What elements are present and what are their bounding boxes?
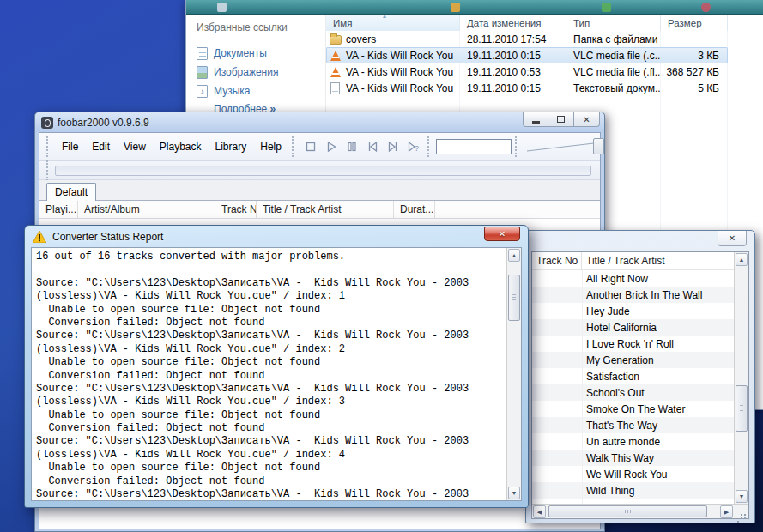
scrollbar-thumb[interactable]	[736, 385, 748, 432]
column-header-track-no[interactable]: Track No	[215, 201, 257, 218]
track-title: Un autre monde	[586, 436, 660, 448]
explorer-command-bar[interactable]	[186, 0, 763, 15]
toolbar-grip[interactable]	[292, 136, 295, 157]
scroll-up-button[interactable]: ▲	[508, 249, 520, 262]
sidebar-item[interactable]: Музыка	[197, 82, 325, 100]
report-line: Source: "C:\Users\123\Desktop\Записать\V…	[36, 435, 506, 448]
track-row[interactable]: We Will Rock You	[532, 466, 734, 482]
horizontal-scrollbar[interactable]: ◀ ▶	[532, 504, 748, 518]
track-row[interactable]: Satisfaction	[532, 368, 734, 384]
resize-grip[interactable]	[734, 505, 748, 518]
file-row[interactable]: VA - Kids Will Rock You 19.11.2010 0:15 …	[326, 80, 728, 96]
file-size: 368 527 КБ	[661, 66, 728, 78]
vertical-scrollbar[interactable]: ▲ ▼	[734, 252, 748, 504]
file-name: VA - Kids Will Rock You	[346, 50, 453, 62]
sidebar-item[interactable]: Изображения	[197, 63, 325, 82]
foobar2000-app-icon	[41, 117, 53, 129]
toolbar-grip[interactable]	[46, 136, 50, 157]
track-row[interactable]: Another Brick In The Wall	[532, 287, 734, 303]
search-input[interactable]	[436, 139, 512, 154]
file-type-icon	[330, 82, 340, 94]
column-header-duration[interactable]: Durat...	[394, 201, 435, 218]
track-row[interactable]: Hotel California	[532, 319, 734, 336]
minimize-button[interactable]	[523, 112, 548, 127]
scroll-down-button[interactable]: ▼	[508, 487, 520, 499]
file-row[interactable]: VA - Kids Will Rock You 19.11.2010 0:15 …	[326, 47, 728, 63]
scroll-left-button[interactable]: ◀	[533, 505, 546, 518]
track-row[interactable]: I Love Rock 'n' Roll	[532, 336, 734, 352]
track-row[interactable]: School's Out	[532, 384, 734, 401]
scroll-left-icon: ◀	[537, 509, 542, 516]
track-row[interactable]: Hey Jude	[532, 303, 734, 319]
report-line: 16 out of 16 tracks converted with major…	[36, 251, 506, 263]
scrollbar-thumb[interactable]	[508, 275, 520, 321]
track-row[interactable]: Smoke On The Water	[532, 401, 734, 417]
menu-item[interactable]: File	[55, 133, 85, 160]
vertical-scrollbar[interactable]: ▲ ▼	[506, 248, 521, 500]
close-button[interactable]: ✕	[574, 112, 600, 127]
track-title: Hey Jude	[586, 305, 630, 317]
track-title: School's Out	[586, 387, 645, 399]
menu-item[interactable]: Playback	[153, 133, 209, 160]
foobar2000-titlebar[interactable]: foobar2000 v0.9.6.9 ✕	[35, 112, 604, 132]
stop-button[interactable]	[300, 137, 321, 156]
column-header-type[interactable]: Тип	[566, 15, 661, 31]
track-row[interactable]: That's The Way	[532, 417, 734, 433]
file-type: VLC media file (.fl...	[566, 66, 661, 78]
close-button[interactable]: ✕	[484, 227, 520, 241]
track-row[interactable]: My Generation	[532, 352, 734, 368]
column-header-title[interactable]: Title / Track Artist	[257, 201, 394, 218]
toolbar-grip[interactable]	[427, 136, 431, 157]
volume-slider[interactable]	[524, 137, 605, 156]
track-row[interactable]: Walk This Way	[532, 450, 734, 466]
column-header-artist-album[interactable]: Artist/Album	[78, 201, 215, 218]
column-header-date[interactable]: Дата изменения	[460, 15, 566, 31]
column-header-size[interactable]: Размер	[661, 15, 728, 31]
file-type-icon	[330, 35, 342, 45]
seekbar[interactable]	[55, 166, 591, 176]
scrollbar-thumb[interactable]	[548, 505, 707, 517]
toolbar-grip[interactable]	[515, 136, 518, 157]
previous-button[interactable]	[362, 137, 383, 156]
file-row[interactable]: VA - Kids Will Rock You 19.11.2010 0:53 …	[326, 63, 728, 80]
scrollbar-track[interactable]	[507, 263, 521, 486]
menu-item[interactable]: View	[117, 133, 153, 160]
random-button[interactable]: ?	[403, 137, 424, 156]
volume-slider-handle[interactable]	[593, 138, 604, 154]
toolbar-folder-icon	[451, 3, 460, 12]
column-header-track-no[interactable]: Track No	[532, 252, 582, 269]
scroll-right-button[interactable]: ▶	[720, 505, 733, 518]
report-line: Unable to open source file: Object not f…	[36, 304, 506, 317]
column-header-name[interactable]: Имя ▴	[326, 15, 460, 31]
track-row[interactable]: All Right Now	[532, 270, 734, 287]
track-row[interactable]: Un autre monde	[532, 433, 734, 450]
sidebar-item[interactable]: Документы	[197, 44, 325, 63]
file-row[interactable]: covers 28.11.2010 17:54 Папка с файлами	[326, 31, 728, 47]
track-title: Another Brick In The Wall	[586, 289, 702, 301]
playlist-window: ✕ Track No Title / Track Artist All Righ…	[525, 230, 755, 523]
scrollbar-track[interactable]	[735, 267, 748, 489]
column-header-title[interactable]: Title / Track Artist	[582, 252, 734, 269]
column-header-playing[interactable]: Playi...	[39, 201, 78, 218]
track-row[interactable]: Wild Thing	[532, 482, 734, 499]
next-button[interactable]	[383, 137, 403, 156]
file-size: 3 КБ	[661, 50, 728, 62]
playlist-window-titlebar[interactable]: ✕	[526, 231, 754, 251]
report-line: Conversion failed: Object not found	[36, 475, 506, 488]
dialog-titlebar[interactable]: Converter Status Report ✕	[25, 226, 528, 247]
menu-item[interactable]: Library	[209, 133, 254, 160]
close-icon: ✕	[583, 115, 590, 124]
menu-item[interactable]: Help	[253, 133, 288, 160]
play-button[interactable]	[321, 137, 342, 156]
file-name: VA - Kids Will Rock You	[346, 66, 453, 78]
menu-item[interactable]: Edit	[85, 133, 117, 160]
tab-default[interactable]: Default	[46, 183, 96, 201]
menu-toolbar: File Edit View Playback Library Help	[39, 133, 600, 161]
scrollbar-track[interactable]	[547, 505, 719, 518]
pause-button[interactable]	[342, 137, 362, 156]
maximize-button[interactable]	[548, 112, 574, 127]
scroll-up-button[interactable]: ▲	[736, 253, 748, 266]
close-button[interactable]: ✕	[718, 231, 747, 246]
scroll-down-button[interactable]: ▼	[736, 490, 748, 503]
toolbar-grip[interactable]	[46, 160, 50, 181]
